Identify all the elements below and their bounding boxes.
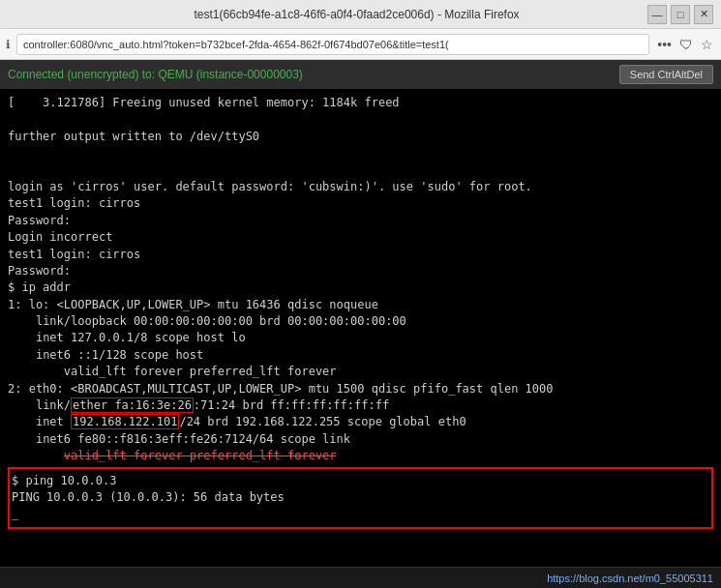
line-login1: test1 login: cirros (8, 196, 140, 210)
line-ping-cmd: $ ping 10.0.0.3 (12, 474, 116, 487)
maximize-button[interactable]: □ (671, 5, 690, 24)
minimize-button[interactable]: — (647, 5, 667, 24)
line-1: [ 3.121786] Freeing unused kernel memory… (8, 96, 400, 109)
line-pass1: Password: (8, 214, 71, 227)
terminal-output: [ 3.121786] Freeing unused kernel memory… (8, 95, 713, 465)
connection-status: Connected (unencrypted) to: QEMU (instan… (8, 68, 303, 81)
line-eth0-link: link/ether fa:16:3e:26:71:24 brd ff:ff:f… (8, 397, 389, 413)
line-incorrect: Login incorrect (8, 230, 112, 244)
bookmark-icon[interactable]: ☆ (699, 35, 715, 54)
line-lo: 1: lo: <LOOPBACK,UP,LOWER_UP> mtu 16436 … (8, 298, 378, 311)
line-lo-vlft: valid_lft forever preferred_lft forever (8, 365, 337, 378)
window-title: test1(66cb94fe-a1c8-46f6-a0f4-0faad2ce00… (66, 8, 647, 21)
line-ping-result: PING 10.0.0.3 (10.0.0.3): 56 data bytes (12, 490, 285, 504)
shield-icon[interactable]: 🛡 (677, 35, 695, 54)
line-eth0-inet: inet 192.168.122.101/24 brd 192.168.122.… (8, 414, 466, 429)
line-eth0-vlft: valid_lft forever preferred_lft forever (8, 449, 337, 462)
line-lo-link: link/loopback 00:00:00:00:00:00 brd 00:0… (8, 314, 406, 328)
titlebar: test1(66cb94fe-a1c8-46f6-a0f4-0faad2ce00… (0, 0, 721, 29)
line-pass2: Password: (8, 264, 71, 278)
statusbar: https://blog.csdn.net/m0_55005311 (0, 567, 721, 588)
line-cursor: _ (12, 507, 18, 520)
connection-bar: Connected (unencrypted) to: QEMU (instan… (0, 60, 721, 89)
addressbar: ℹ controller:6080/vnc_auto.html?token=b7… (0, 29, 721, 60)
more-options-icon[interactable]: ••• (655, 35, 674, 54)
status-url: https://blog.csdn.net/m0_55005311 (547, 573, 713, 584)
line-lo-inet6: inet6 ::1/128 scope host (8, 348, 203, 362)
info-icon[interactable]: ℹ (6, 38, 11, 51)
line-ttyS0: further output written to /dev/ttyS0 (8, 130, 259, 143)
addressbar-actions: ••• 🛡 ☆ (655, 35, 715, 54)
line-lo-inet: inet 127.0.0.1/8 scope host lo (8, 331, 246, 344)
line-ip-cmd: $ ip addr (8, 280, 71, 294)
ctrl-alt-del-button[interactable]: Send CtrlAltDel (619, 65, 713, 84)
terminal-ping-output: $ ping 10.0.0.3 PING 10.0.0.3 (10.0.0.3)… (12, 473, 709, 523)
line-eth0: 2: eth0: <BROADCAST,MULTICAST,UP,LOWER_U… (8, 382, 554, 396)
line-login-hint: login as 'cirros' user. default password… (8, 180, 532, 193)
window-controls[interactable]: — □ ✕ (647, 5, 713, 24)
url-field[interactable]: controller:6080/vnc_auto.html?token=b732… (16, 34, 649, 55)
line-login2: test1 login: cirros (8, 248, 140, 261)
line-eth0-inet6: inet6 fe80::f816:3eff:fe26:7124/64 scope… (8, 432, 350, 446)
close-button[interactable]: ✕ (694, 5, 713, 24)
terminal-window[interactable]: [ 3.121786] Freeing unused kernel memory… (0, 89, 721, 567)
